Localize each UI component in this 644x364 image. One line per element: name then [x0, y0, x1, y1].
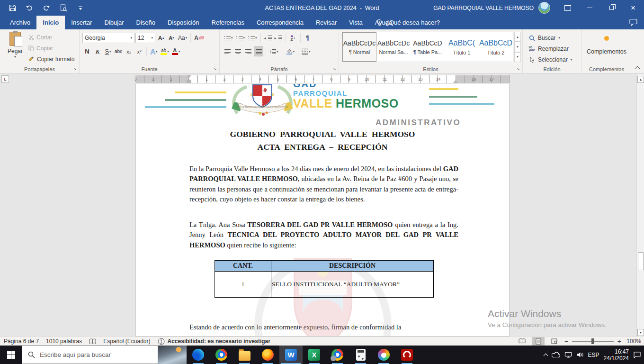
- grow-font-button[interactable]: A▴: [156, 33, 166, 43]
- web-layout-button[interactable]: [548, 337, 561, 346]
- ribbon-tab-inicio[interactable]: Inicio: [36, 16, 65, 29]
- left-indent-marker[interactable]: [187, 80, 191, 83]
- taskbar-app-word[interactable]: W: [279, 346, 303, 364]
- print-preview-icon[interactable]: [59, 3, 68, 13]
- ribbon-tab-vista[interactable]: Vista: [343, 16, 369, 29]
- style-item-titulo-2[interactable]: AaBbCcD Título 2: [479, 32, 513, 62]
- clock[interactable]: 16:47 24/1/2024: [604, 348, 629, 362]
- replace-button[interactable]: ab⇄ac Reemplazar: [528, 44, 569, 54]
- table-row-sello[interactable]: 1 SELLO INSTITUCIONAL “ADULTO MAYOR”: [215, 271, 433, 297]
- font-size-select[interactable]: 12▾: [135, 33, 155, 43]
- comments-icon[interactable]: [629, 18, 637, 26]
- style-item-titulo-1[interactable]: AaBbC( Título 1: [445, 32, 479, 62]
- first-line-indent-marker[interactable]: [187, 75, 191, 78]
- cell-descripcion[interactable]: SELLO INSTITUCIONAL “ADULTO MAYOR”: [271, 272, 433, 297]
- font-name-select[interactable]: Georgia▾: [82, 33, 134, 43]
- minimize-button[interactable]: [579, 0, 600, 16]
- paragraph-2[interactable]: La Tnlga. Ana Sosa TESORERA DEL GAD PR V…: [189, 220, 458, 250]
- doc-title-2[interactable]: ACTA ENTREGA – RECEPCIÓN: [136, 142, 509, 152]
- close-button[interactable]: ×: [622, 0, 644, 16]
- paste-button[interactable]: Pegar ▾: [4, 32, 27, 65]
- document-page[interactable]: VALLE HERMOSO TURISTICO Y PRODUCTIVO GAD…: [135, 84, 510, 337]
- taskbar-app-explorer[interactable]: [233, 346, 256, 364]
- taskbar-app-excel[interactable]: X: [303, 346, 326, 364]
- tray-chevron-icon[interactable]: [543, 353, 548, 358]
- style-item-normal-sa[interactable]: AaBbCcDc Normal Sa...: [376, 32, 411, 62]
- scrollbar-thumb[interactable]: [638, 252, 644, 270]
- superscript-button[interactable]: x²: [134, 46, 144, 56]
- change-case-button[interactable]: Aa▾: [177, 33, 188, 43]
- copy-button[interactable]: Copiar: [28, 43, 74, 53]
- multilevel-list-button[interactable]: ▾: [247, 33, 258, 43]
- find-button[interactable]: Buscar▾: [528, 33, 560, 43]
- clear-formatting-button[interactable]: A: [193, 33, 205, 43]
- taskbar-app-google-app[interactable]: [326, 346, 349, 364]
- ribbon-tab-archivo[interactable]: Archivo: [4, 16, 36, 29]
- ribbon-tab-disposicion[interactable]: Disposición: [161, 16, 205, 29]
- ribbon-tab-referencias[interactable]: Referencias: [206, 16, 250, 29]
- collapse-ribbon-icon[interactable]: [635, 66, 640, 71]
- text-effects-button[interactable]: A▾: [149, 46, 159, 56]
- volume-icon[interactable]: [576, 352, 584, 358]
- save-icon[interactable]: [8, 3, 17, 13]
- ruler-strip[interactable]: 32112345678910111213141617: [135, 75, 510, 83]
- keyboard-language[interactable]: ESP: [588, 352, 599, 358]
- font-dialog-launcher[interactable]: [212, 66, 217, 72]
- clipboard-dialog-launcher[interactable]: [72, 66, 77, 72]
- restore-button[interactable]: [600, 0, 622, 16]
- taskbar-search-input[interactable]: Escribe aquí para buscar: [22, 346, 158, 364]
- action-center-icon[interactable]: [633, 351, 641, 358]
- paragraph-1[interactable]: En la Parroquia Valle Hermoso a los 24 d…: [189, 164, 458, 204]
- select-button[interactable]: Seleccionar▾: [528, 55, 572, 64]
- cut-button[interactable]: Cortar: [28, 32, 74, 42]
- show-paragraph-marks-button[interactable]: ¶: [303, 33, 313, 43]
- ribbon-tab-correspondencia[interactable]: Correspondencia: [250, 16, 310, 29]
- ribbon-display-options-button[interactable]: [557, 0, 579, 16]
- zoom-out-button[interactable]: −: [564, 337, 568, 345]
- word-count[interactable]: 1010 palabras: [46, 338, 82, 345]
- line-spacing-button[interactable]: ↕▾: [268, 46, 279, 56]
- decrease-indent-button[interactable]: ◂: [263, 33, 273, 43]
- news-weather-widget[interactable]: [158, 346, 187, 364]
- ribbon-tab-dibujar[interactable]: Dibujar: [98, 16, 130, 29]
- shading-button[interactable]: ▾: [285, 46, 296, 56]
- styles-dialog-launcher[interactable]: [515, 66, 520, 72]
- ribbon-tab-diseno[interactable]: Diseño: [130, 16, 161, 29]
- styles-scroll-down[interactable]: ▼: [514, 42, 521, 52]
- right-indent-marker[interactable]: [453, 80, 458, 83]
- ribbon-tab-insertar[interactable]: Insertar: [65, 16, 98, 29]
- tell-me-box[interactable]: ¿Qué desea hacer?: [376, 16, 440, 29]
- style-item-normal[interactable]: AaBbCcDc ¶ Normal: [342, 32, 376, 62]
- align-center-button[interactable]: [233, 46, 242, 56]
- justify-button[interactable]: [254, 46, 263, 56]
- taskbar-app-acrobat[interactable]: [395, 346, 419, 364]
- cell-cant[interactable]: 1: [215, 272, 271, 297]
- paste-dropdown-caret[interactable]: ▾: [14, 55, 16, 59]
- zoom-in-button[interactable]: +: [617, 337, 621, 345]
- zoom-slider[interactable]: [572, 341, 614, 342]
- styles-gallery-expand[interactable]: ▼: [514, 52, 521, 62]
- doc-title-1[interactable]: GOBIERNO PARROQUIAL VALLE HERMOSO: [136, 129, 509, 139]
- numbering-button[interactable]: ▾: [235, 33, 246, 43]
- network-icon[interactable]: [564, 352, 572, 358]
- onedrive-icon[interactable]: [552, 352, 560, 358]
- highlight-color-button[interactable]: ab▾: [160, 46, 170, 56]
- start-button[interactable]: [0, 346, 22, 364]
- account-avatar[interactable]: [538, 2, 550, 14]
- taskbar-app-chrome[interactable]: [210, 346, 233, 364]
- increase-indent-button[interactable]: ▸: [274, 33, 283, 43]
- styles-scroll-up[interactable]: ▲: [514, 32, 521, 42]
- format-painter-button[interactable]: Copiar formato: [28, 54, 74, 64]
- taskbar-app-firefox[interactable]: [256, 346, 279, 364]
- italic-button[interactable]: K: [93, 46, 102, 56]
- taskbar-app-edge[interactable]: [187, 346, 210, 364]
- sort-button[interactable]: AZ↓: [288, 33, 298, 43]
- language-indicator[interactable]: Español (Ecuador): [103, 338, 150, 345]
- page-indicator[interactable]: Página 6 de 7: [4, 338, 39, 345]
- scroll-down-button[interactable]: ▼: [637, 329, 644, 336]
- addins-button[interactable]: Complementos: [581, 29, 632, 63]
- bullets-button[interactable]: ▾: [223, 33, 234, 43]
- tab-stop-selector[interactable]: L: [1, 75, 9, 83]
- align-left-button[interactable]: [223, 46, 232, 56]
- scroll-up-button[interactable]: ▲: [637, 76, 644, 83]
